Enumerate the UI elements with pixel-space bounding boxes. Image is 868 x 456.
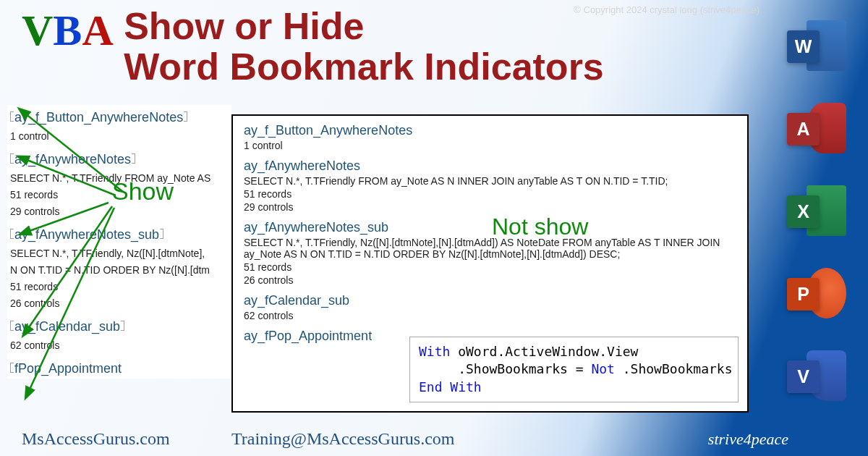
- bookmark-detail: 26 controls: [244, 274, 736, 286]
- bookmark-name: ay_fAnywhereNotes_sub: [244, 220, 388, 235]
- keyword-not: Not: [591, 361, 615, 376]
- bookmark-detail: 51 records: [244, 188, 736, 200]
- vba-logo: VBA: [22, 6, 114, 56]
- code-text: .ShowBookmarks =: [419, 361, 591, 376]
- bookmark-name: ay_fPop_Appointment: [244, 329, 372, 343]
- bookmark-detail: 62 controls: [10, 338, 229, 353]
- footer: MsAccessGurus.com Training@MsAccessGurus…: [22, 429, 832, 449]
- ppt-letter: P: [787, 278, 820, 311]
- visio-icon: V: [787, 346, 846, 405]
- bookmark-detail: 62 controls: [244, 310, 736, 321]
- word-icon: W: [787, 16, 846, 75]
- bookmark-name: ay_fAnywhereNotes: [14, 152, 131, 166]
- bookmark-detail: SELECT N.*, T.TFriendly, Nz([N].[dtmNote…: [244, 237, 736, 260]
- bookmark-detail: SELECT N.*, T.TFriendly FROM ay_Note AS …: [244, 175, 736, 187]
- show-label: Show: [112, 177, 174, 206]
- excel-icon: X: [787, 181, 846, 240]
- bookmark-item: fPop_Appointment: [10, 359, 229, 379]
- bookmark-detail: 26 controls: [10, 296, 229, 311]
- word-letter: W: [787, 30, 820, 63]
- bookmark-item: ay_fCalendar_sub: [244, 293, 736, 308]
- bookmark-name: ay_fCalendar_sub: [244, 293, 349, 308]
- bookmark-detail: 1 control: [244, 140, 736, 151]
- bookmark-name: fPop_Appointment: [14, 361, 122, 376]
- email-link[interactable]: Training@MsAccessGurus.com: [231, 429, 608, 449]
- keyword-with: With: [419, 344, 450, 359]
- bookmark-detail: 51 records: [244, 261, 736, 273]
- bookmark-item: ay_f_Button_AnywhereNotes: [10, 108, 229, 127]
- bookmark-item: ay_fAnywhereNotes: [10, 150, 229, 169]
- bookmark-detail: 29 controls: [244, 201, 736, 213]
- bookmark-name: ay_f_Button_AnywhereNotes: [14, 110, 183, 124]
- bookmark-detail: N ON T.TID = N.TID ORDER BY Nz([N].[dtm: [10, 263, 229, 278]
- bookmark-detail: 51 records: [10, 279, 229, 295]
- bookmark-detail: 1 control: [10, 129, 229, 144]
- bookmarks-hidden-panel: ay_f_Button_AnywhereNotes 1 control ay_f…: [231, 114, 749, 413]
- vba-v: V: [22, 7, 53, 54]
- header: VBA Show or Hide Word Bookmark Indicator…: [22, 6, 723, 87]
- bookmark-detail: 29 controls: [10, 204, 229, 219]
- powerpoint-icon: P: [787, 263, 846, 323]
- keyword-end-with: End With: [419, 379, 482, 394]
- access-letter: A: [787, 113, 820, 145]
- not-show-label: Not show: [492, 214, 588, 240]
- tagline: strive4peace: [608, 430, 832, 449]
- bookmark-item: ay_fCalendar_sub: [10, 317, 229, 337]
- vba-b: B: [53, 7, 82, 54]
- title-line-2: Word Bookmark Indicators: [124, 46, 604, 88]
- bookmarks-shown-panel: ay_f_Button_AnywhereNotes 1 control ay_f…: [7, 105, 231, 379]
- bookmark-name: ay_f_Button_AnywhereNotes: [244, 123, 412, 138]
- access-icon: A: [787, 98, 846, 158]
- bookmark-item: ay_fAnywhereNotes: [244, 159, 736, 174]
- bookmark-item: ay_f_Button_AnywhereNotes: [244, 123, 736, 138]
- code-text: oWord.ActiveWindow.View: [450, 344, 638, 359]
- bookmark-name: ay_fCalendar_sub: [14, 319, 120, 334]
- excel-letter: X: [787, 195, 820, 228]
- website-link[interactable]: MsAccessGurus.com: [22, 429, 231, 449]
- bookmark-detail: SELECT N.*, T.TFriendly, Nz([N].[dtmNote…: [10, 246, 229, 261]
- page-title: Show or Hide Word Bookmark Indicators: [124, 6, 604, 87]
- bookmark-name: ay_fAnywhereNotes: [244, 159, 360, 173]
- vba-a: A: [82, 7, 113, 54]
- bookmark-item: ay_fAnywhereNotes_sub: [244, 220, 736, 235]
- office-app-icons: W A X P V: [787, 16, 846, 405]
- bookmark-item: ay_fAnywhereNotes_sub: [10, 225, 229, 245]
- code-text: .ShowBookmarks: [615, 361, 733, 376]
- title-line-1: Show or Hide: [124, 5, 364, 47]
- vba-code-snippet: With oWord.ActiveWindow.View .ShowBookma…: [409, 337, 739, 402]
- visio-letter: V: [787, 360, 820, 393]
- bookmark-name: ay_fAnywhereNotes_sub: [14, 227, 159, 242]
